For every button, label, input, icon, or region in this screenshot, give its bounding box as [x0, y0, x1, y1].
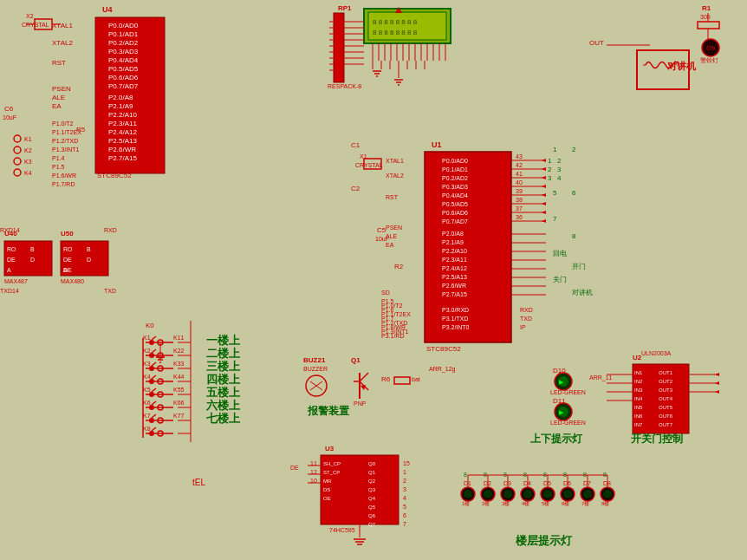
svg-text:ALE: ALE	[52, 94, 65, 101]
svg-text:P1.7: P1.7	[381, 316, 394, 322]
svg-rect-1	[95, 17, 165, 173]
svg-text:XTAL1: XTAL1	[386, 158, 404, 164]
svg-text:K3: K3	[24, 159, 32, 165]
svg-text:P1.1/T2EX: P1.1/T2EX	[381, 311, 411, 317]
svg-point-382	[561, 487, 575, 501]
svg-text:P0.3/AD3: P0.3/AD3	[108, 48, 139, 55]
svg-text:CRYSTAL: CRYSTAL	[355, 162, 383, 168]
svg-line-279	[360, 381, 368, 390]
svg-text:11: 11	[310, 460, 317, 466]
svg-point-243	[158, 379, 163, 384]
svg-text:P3.1/TXD: P3.1/TXD	[442, 316, 468, 322]
svg-rect-300	[633, 364, 689, 433]
svg-text:Q0: Q0	[368, 461, 376, 466]
svg-rect-83	[364, 9, 451, 43]
svg-line-254	[152, 401, 156, 405]
svg-text:IP: IP	[520, 324, 526, 330]
svg-text:MAX480: MAX480	[61, 278, 84, 284]
svg-text:OUT1: OUT1	[659, 370, 673, 375]
svg-text:U4: U4	[102, 5, 113, 14]
svg-point-288	[555, 373, 572, 390]
floor7-label: 七楼上	[206, 411, 240, 427]
svg-text:4: 4	[403, 495, 406, 501]
svg-text:5: 5	[403, 504, 406, 510]
svg-point-293	[555, 403, 572, 420]
svg-point-241	[149, 379, 154, 384]
svg-text:Q1: Q1	[368, 470, 376, 475]
svg-text:ARR_11: ARR_11	[589, 374, 613, 381]
svg-text:RO: RO	[7, 246, 16, 252]
svg-text:D7: D7	[583, 480, 591, 486]
svg-rect-124	[425, 152, 511, 342]
svg-text:R5: R5	[76, 126, 86, 133]
svg-text:12: 12	[310, 469, 317, 475]
svg-text:8: 8	[543, 472, 547, 478]
svg-text:C1: C1	[351, 141, 361, 149]
svg-text:K2: K2	[143, 348, 151, 354]
svg-text:5楼: 5楼	[542, 501, 549, 506]
svg-text:P2.1/A9: P2.1/A9	[442, 239, 464, 245]
svg-text:D: D	[87, 257, 91, 263]
svg-text:P2.6/WR: P2.6/WR	[108, 146, 136, 153]
svg-marker-184	[542, 185, 546, 188]
svg-rect-152	[364, 159, 381, 169]
svg-text:P1.2/TXD: P1.2/TXD	[381, 320, 407, 326]
svg-text:回电: 回电	[553, 250, 567, 257]
svg-text:8: 8	[563, 472, 567, 478]
svg-text:2楼: 2楼	[482, 501, 490, 506]
svg-text:P1.3/INT1: P1.3/INT1	[381, 329, 409, 335]
svg-point-363	[464, 490, 472, 498]
svg-text:OUT: OUT	[589, 39, 604, 47]
svg-line-236	[152, 362, 156, 366]
svg-text:RST: RST	[386, 194, 399, 200]
svg-text:P0.0/AD0: P0.0/AD0	[108, 22, 139, 29]
svg-text:P0.4/AD4: P0.4/AD4	[442, 192, 468, 199]
svg-line-224	[152, 336, 156, 340]
svg-text:RO: RO	[63, 246, 73, 252]
svg-point-378	[541, 487, 555, 501]
svg-text:RESPACK-8: RESPACK-8	[328, 83, 361, 89]
svg-text:EA: EA	[52, 102, 62, 110]
svg-text:K11: K11	[173, 335, 185, 341]
svg-text:D8: D8	[603, 480, 611, 486]
svg-text:74HC595: 74HC595	[329, 527, 355, 533]
svg-text:D2: D2	[484, 480, 491, 486]
svg-text:8: 8	[523, 472, 527, 478]
svg-text:开关门控制: 开关门控制	[630, 433, 683, 445]
svg-text:K2: K2	[24, 147, 32, 153]
svg-text:D: D	[30, 257, 35, 263]
svg-text:P2.4/A12: P2.4/A12	[442, 265, 467, 271]
svg-text:P2.0/A8: P2.0/A8	[442, 231, 464, 237]
svg-text:XTAL2: XTAL2	[52, 39, 73, 47]
svg-rect-283	[394, 377, 410, 384]
svg-marker-185	[542, 193, 546, 197]
svg-text:ULN2003A: ULN2003A	[641, 350, 672, 356]
svg-text:OUT7: OUT7	[659, 422, 673, 427]
svg-line-248	[152, 388, 156, 392]
svg-text:IN5: IN5	[634, 405, 643, 410]
svg-text:PSEN: PSEN	[386, 225, 402, 231]
svg-text:3: 3	[557, 166, 562, 173]
svg-text:X1: X1	[360, 153, 367, 160]
svg-point-225	[158, 340, 163, 345]
svg-text:2: 2	[557, 157, 562, 165]
svg-text:X2: X2	[26, 13, 34, 19]
svg-text:TXD: TXD	[104, 288, 116, 294]
svg-text:XTAL2: XTAL2	[386, 173, 404, 179]
svg-text:关门: 关门	[553, 276, 567, 283]
svg-text:RXD: RXD	[104, 227, 117, 233]
svg-text:P2.7/A15: P2.7/A15	[442, 291, 467, 297]
svg-rect-26	[35, 19, 52, 29]
svg-text:DE: DE	[63, 257, 72, 263]
svg-text:41: 41	[516, 171, 523, 177]
svg-text:U1: U1	[432, 140, 442, 149]
svg-text:对讲机: 对讲机	[572, 289, 593, 296]
svg-text:BUZZER: BUZZER	[303, 366, 328, 372]
svg-text:▶: ▶	[559, 409, 564, 415]
svg-text:IN7: IN7	[634, 422, 643, 427]
svg-text:1: 1	[553, 146, 557, 153]
svg-text:8: 8	[572, 232, 576, 240]
svg-point-265	[149, 431, 154, 436]
svg-point-115	[702, 39, 719, 56]
svg-text:OUT4: OUT4	[659, 396, 673, 401]
